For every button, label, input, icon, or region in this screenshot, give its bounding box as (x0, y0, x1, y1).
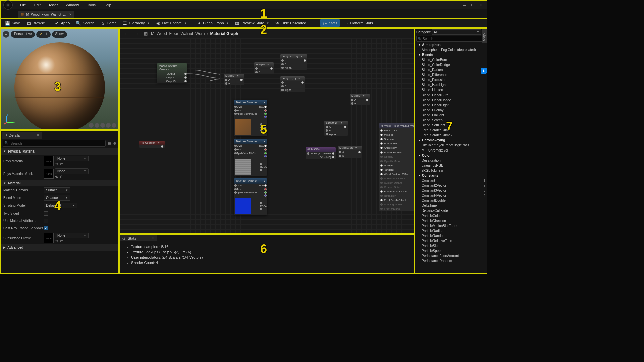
graph-list-icon[interactable]: ▦ (144, 31, 148, 36)
palette-category[interactable]: ▼Blends (415, 52, 487, 57)
search-button[interactable]: 🔍Search (73, 19, 97, 27)
palette-category[interactable]: ▼Atmosphere (415, 42, 487, 47)
details-close-icon[interactable]: ✕ (37, 133, 40, 137)
result-pin[interactable]: Tangent (379, 168, 414, 172)
shape-sphere-icon[interactable] (95, 123, 99, 128)
node-material-result[interactable]: M_Wood_Floor_Walnut_Worn Base ColorMetal… (379, 123, 414, 211)
palette-item[interactable]: ParticleMotionBlurFade (415, 223, 487, 228)
result-pin[interactable]: Shading Model (379, 202, 414, 207)
browse-to-icon[interactable]: 🗀 (60, 239, 64, 243)
palette-item[interactable]: Desaturation (415, 158, 487, 163)
home-button[interactable]: ⌂Home (98, 19, 119, 27)
details-settings-icon[interactable]: ⚙ (113, 141, 116, 146)
clean-graph-button[interactable]: ✦Clean Graph▼ (194, 19, 231, 27)
tab-close-icon[interactable]: ✕ (69, 13, 72, 16)
live-update-button[interactable]: ◉Live Update▼ (153, 19, 190, 27)
result-pin[interactable]: Ambient Occlusion (379, 189, 414, 194)
menu-window[interactable]: Window (62, 2, 82, 8)
result-pin[interactable]: Base Color (379, 128, 414, 133)
palette-item[interactable]: Constant3Vector3 (415, 188, 487, 193)
stats-button[interactable]: ◷Stats (320, 19, 340, 27)
palette-item[interactable]: Atmospheric Fog Color (deprecated) (415, 47, 487, 52)
palette-search-input[interactable] (416, 36, 485, 42)
browse-to-icon[interactable]: 🗀 (60, 162, 64, 166)
details-search-input[interactable]: Search (3, 140, 106, 147)
use-mat-attr-checkbox[interactable] (44, 219, 48, 223)
phys-material-dropdown[interactable]: None▼ (55, 156, 89, 161)
palette-item[interactable]: Constant4Vector4 (415, 193, 487, 198)
palette-item[interactable]: DistanceCullFade (415, 208, 487, 213)
palette-item[interactable]: Constant1 (415, 178, 487, 183)
palette-item[interactable]: Blend_Overlay (415, 108, 487, 113)
phys-mask-dropdown[interactable]: None▼ (55, 168, 89, 174)
palette-item[interactable]: ParticleSize (415, 243, 487, 248)
node-multiply-4[interactable]: Multiply(.2)▼ A B (338, 146, 362, 158)
section-material[interactable]: ▼Material (1, 180, 118, 186)
perspective-dropdown[interactable]: Perspective (11, 31, 35, 38)
save-button[interactable]: 💾Save (3, 19, 23, 27)
hierarchy-button[interactable]: ☱Hierarchy▼ (120, 19, 153, 27)
two-sided-checkbox[interactable] (44, 211, 48, 216)
node-texcoord[interactable]: TexCoord[0]▼ (139, 141, 165, 148)
palette-category[interactable]: ▼Chromakeying (415, 138, 487, 143)
palette-item[interactable]: Blend_Darken (415, 67, 487, 72)
palette-item[interactable]: DeltaTime (415, 203, 487, 208)
node-multiply-3[interactable]: Multiply▼ A B (350, 94, 370, 105)
browse-button[interactable]: 🗀Browse (23, 19, 48, 27)
node-macro-texture-variation[interactable]: Macro Texture Variation Output Output2 O… (157, 63, 187, 83)
palette-item[interactable]: ParticleRelativeTime (415, 238, 487, 243)
shading-model-dropdown[interactable]: Default Lit▼ (44, 203, 77, 208)
material-domain-dropdown[interactable]: Surface▼ (44, 187, 70, 193)
node-lerp-1[interactable]: Lerp(0.8,1,.2)▼ A B Alpha (280, 54, 307, 70)
node-alpha-offset[interactable]: AlphaOffset Alpha (S)Result Offset (S) (306, 147, 336, 159)
palette-side-tab[interactable]: Palette (482, 29, 487, 43)
palette-item[interactable]: LinearTosRGB (415, 163, 487, 168)
node-texture-sample-1[interactable]: Texture Sample▴ UVsRGB Tex Apply View Mi… (234, 100, 267, 136)
section-physical-material[interactable]: ▼Physical Material (1, 148, 118, 155)
result-pin[interactable]: Emissive Color (379, 150, 414, 155)
shape-cube-icon[interactable] (106, 123, 111, 128)
node-multiply-1[interactable]: Multiply▼ A B (224, 74, 244, 85)
graph-canvas[interactable]: Macro Texture Variation Output Output2 O… (120, 38, 414, 233)
result-pin[interactable]: Roughness (379, 141, 414, 146)
palette-item[interactable]: ParticleColor (415, 213, 487, 218)
palette-item[interactable]: Blend_ColorDodge (415, 62, 487, 67)
asset-tab[interactable]: M_Wood_Floor_Walnut_... ✕ (18, 11, 74, 18)
palette-item[interactable]: Blend_Difference (415, 72, 487, 77)
palette-item[interactable]: Blend_Exclusion (415, 77, 487, 82)
menu-tools[interactable]: Tools (84, 2, 99, 8)
palette-category[interactable]: ▼Constants (415, 173, 487, 178)
viewport-options-icon[interactable]: ≡ (3, 31, 9, 38)
minimize-button[interactable]: — (463, 3, 466, 7)
palette-item[interactable]: Blend_LinearDodge (415, 98, 487, 103)
palette-item[interactable]: Blend_LinearLight (415, 103, 487, 108)
palette-item[interactable]: Blend_Screen (415, 118, 487, 123)
result-pin[interactable]: Custom Data 1 (379, 185, 414, 189)
subsurface-thumb[interactable]: None (44, 233, 54, 243)
palette-item[interactable]: ParticleRadius (415, 228, 487, 233)
category-dropdown[interactable]: All▼ (432, 29, 481, 35)
details-tab[interactable]: ✦ Details ✕ (2, 132, 42, 139)
node-texture-sample-2[interactable]: Texture Sample▴ UVsRGB Tex Apply View Mi… (234, 139, 267, 176)
result-pin[interactable]: Normal (379, 163, 414, 168)
result-pin[interactable]: Refraction (379, 194, 414, 198)
result-pin[interactable]: Metallic (379, 133, 414, 137)
result-pin[interactable]: Front Material (379, 207, 414, 211)
palette-list[interactable]: ▼AtmosphereAtmospheric Fog Color (deprec… (415, 42, 487, 273)
result-pin[interactable]: Opacity Mask (379, 159, 414, 163)
palette-item[interactable]: Blend_PinLight (415, 113, 487, 118)
result-pin[interactable]: World Position Offset (379, 172, 414, 176)
apply-button[interactable]: ✔Apply (52, 19, 73, 27)
shape-cylinder-icon[interactable] (89, 123, 94, 128)
palette-item[interactable]: MF_Chromakeyer (415, 148, 487, 153)
app-logo[interactable]: U (3, 0, 13, 10)
shape-plane-icon[interactable] (100, 123, 105, 128)
hide-unrelated-button[interactable]: 👁Hide Unrelated⋮ (272, 19, 315, 27)
node-lerp-2[interactable]: Lerp(0,.6,1)▼ A B Alpha (280, 76, 305, 92)
palette-item[interactable]: sRGBToLinear (415, 168, 487, 173)
details-grid-icon[interactable]: ▦ (108, 141, 111, 146)
palette-item[interactable]: Lerp_ScratchGrime (415, 128, 487, 133)
palette-item[interactable]: Constant2Vector2 (415, 183, 487, 188)
blend-mode-dropdown[interactable]: Opaque▼ (44, 195, 70, 201)
result-pin[interactable]: Pixel Depth Offset (379, 198, 414, 202)
